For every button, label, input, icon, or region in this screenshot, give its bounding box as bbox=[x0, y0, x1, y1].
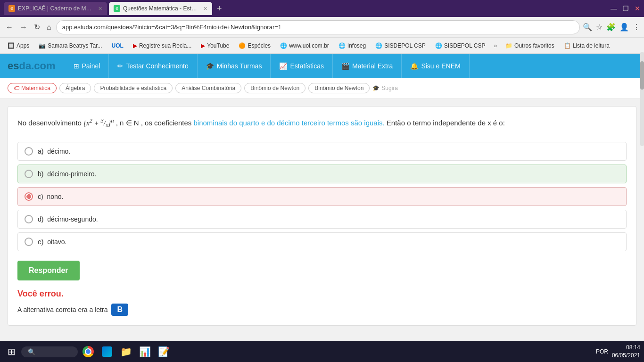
bookmark-youtube[interactable]: ▶ YouTube bbox=[197, 41, 233, 50]
nav-turmas[interactable]: 🎓 Minhas Turmas bbox=[198, 54, 271, 78]
lista-icon: 📋 bbox=[564, 42, 571, 49]
forward-button[interactable]: → bbox=[18, 21, 29, 33]
bookmark-sisdepol1-label: SISDEPOL CSP bbox=[384, 42, 426, 49]
bookmark-lista[interactable]: 📋 Lista de leitura bbox=[560, 41, 613, 50]
scroll-thumb[interactable] bbox=[640, 61, 644, 90]
bookmark-registre-label: Registre sua Recla... bbox=[139, 42, 191, 49]
bc-binomio2[interactable]: Binômio de Newton bbox=[308, 83, 370, 93]
search-icon[interactable]: 🔍 bbox=[583, 23, 592, 32]
nav-material[interactable]: 🎬 Material Extra bbox=[333, 54, 402, 78]
profile-icon[interactable]: 👤 bbox=[619, 23, 629, 32]
sisu-icon: 🔔 bbox=[410, 62, 418, 70]
home-button[interactable]: ⌂ bbox=[45, 21, 53, 33]
bookmark-samara[interactable]: 📷 Samara Beatrys Tar... bbox=[35, 41, 106, 50]
title-bar: e EXPLICAÊ | Caderno de Matemáti... ✕ e … bbox=[0, 0, 644, 17]
sisu-label: Sisu e ENEM bbox=[421, 62, 460, 70]
testar-icon: ✏ bbox=[117, 62, 123, 70]
bookmark-infoseg-label: Infoseg bbox=[347, 42, 366, 49]
youtube-icon: ▶ bbox=[201, 42, 205, 49]
bc-analise[interactable]: Análise Combinatória bbox=[175, 83, 241, 93]
turmas-label: Minhas Turmas bbox=[217, 62, 262, 70]
question-text: No desenvolvimento [x2 + 3/x]n , n ∈ N ,… bbox=[17, 116, 627, 131]
new-tab-button[interactable]: + bbox=[214, 4, 225, 14]
address-bar: ← → ↻ ⌂ 🔍 ☆ 🧩 👤 ⋮ bbox=[0, 17, 644, 38]
tab-close-2[interactable]: ✕ bbox=[203, 6, 207, 12]
extension-icon[interactable]: 🧩 bbox=[606, 23, 616, 32]
bookmark-infoseg[interactable]: 🌐 Infoseg bbox=[335, 41, 370, 50]
scrollbar[interactable] bbox=[640, 52, 644, 146]
back-button[interactable]: ← bbox=[4, 21, 15, 33]
bookmark-uol[interactable]: UOL bbox=[108, 41, 127, 50]
infoseg-icon: 🌐 bbox=[339, 42, 346, 49]
option-e-label: e) oitavo. bbox=[38, 238, 66, 246]
bc-probabilidade[interactable]: Probabilidade e estatística bbox=[94, 83, 173, 93]
options-list: a) décimo. b) décimo-primeiro. c) nono. … bbox=[17, 142, 627, 251]
close-button[interactable]: ✕ bbox=[635, 5, 640, 12]
option-e[interactable]: e) oitavo. bbox=[17, 232, 627, 251]
minimize-button[interactable]: — bbox=[611, 5, 617, 12]
bc-algebra[interactable]: Álgebra bbox=[59, 83, 91, 93]
bc-binomio1[interactable]: Binômio de Newton bbox=[244, 83, 305, 93]
option-d[interactable]: d) décimo-segundo. bbox=[17, 210, 627, 229]
option-b-label: b) décimo-primeiro. bbox=[38, 170, 96, 178]
radio-c bbox=[25, 192, 33, 201]
bookmark-outros[interactable]: 📁 Outros favoritos bbox=[502, 41, 558, 50]
registre-icon: ▶ bbox=[133, 42, 137, 49]
estatisticas-icon: 📈 bbox=[279, 62, 287, 70]
nav-estatisticas[interactable]: 📈 Estatísticas bbox=[271, 54, 333, 78]
bookmark-especies[interactable]: 🟠 Espécies bbox=[235, 41, 274, 50]
estuda-navbar: esda.com ⊞ Painel ✏ Testar Conhecimento … bbox=[0, 54, 644, 78]
nav-sisu[interactable]: 🔔 Sisu e ENEM bbox=[402, 54, 469, 78]
painel-label: Painel bbox=[82, 62, 100, 70]
material-icon: 🎬 bbox=[341, 62, 349, 70]
radio-a bbox=[25, 147, 33, 156]
radio-d bbox=[25, 215, 33, 223]
sisdepol2-icon: 🌐 bbox=[435, 42, 442, 49]
material-label: Material Extra bbox=[352, 62, 393, 70]
tab-active-2[interactable]: e Questões Matemática - Estuda.co... ✕ bbox=[109, 2, 212, 15]
tag-icon: 🏷 bbox=[14, 85, 19, 91]
bookmark-sisdepol2-label: SISDEPOL CSP bbox=[444, 42, 486, 49]
bookmark-sisdepol2[interactable]: 🌐 SISDEPOL CSP bbox=[431, 41, 489, 50]
correct-letter-badge: B bbox=[111, 304, 128, 316]
tab-inactive-1[interactable]: e EXPLICAÊ | Caderno de Matemáti... ✕ bbox=[4, 2, 107, 15]
correct-answer-text: A alternativa correta era a letra B bbox=[17, 304, 627, 316]
option-a[interactable]: a) décimo. bbox=[17, 142, 627, 161]
radio-b bbox=[25, 170, 33, 178]
bc-matematica[interactable]: 🏷 Matemática bbox=[8, 83, 57, 93]
window-controls: — ❐ ✕ bbox=[611, 5, 640, 12]
bookmark-samara-label: Samara Beatrys Tar... bbox=[48, 42, 102, 49]
uol2-icon: 🌐 bbox=[280, 42, 287, 49]
bookmarks-more[interactable]: » bbox=[491, 41, 500, 50]
option-b[interactable]: b) décimo-primeiro. bbox=[17, 165, 627, 183]
bookmark-apps[interactable]: 🔲 Apps bbox=[4, 41, 33, 50]
estuda-logo: esda.com bbox=[8, 60, 56, 72]
option-c-label: c) nono. bbox=[38, 193, 64, 200]
refresh-button[interactable]: ↻ bbox=[32, 21, 42, 33]
bookmark-registre[interactable]: ▶ Registre sua Recla... bbox=[129, 41, 195, 50]
breadcrumb-bar: 🏷 Matemática Álgebra Probabilidade e est… bbox=[0, 78, 644, 99]
testar-label: Testar Conhecimento bbox=[126, 62, 188, 70]
nav-painel[interactable]: ⊞ Painel bbox=[65, 54, 109, 78]
sisdepol1-icon: 🌐 bbox=[375, 42, 382, 49]
responder-button[interactable]: Responder bbox=[17, 261, 80, 280]
bc-suggest[interactable]: 🎓 Sugira bbox=[372, 85, 398, 91]
bookmark-star-icon[interactable]: ☆ bbox=[596, 23, 603, 32]
option-c[interactable]: c) nono. bbox=[17, 187, 627, 206]
bookmark-youtube-label: YouTube bbox=[207, 42, 229, 49]
estatisticas-label: Estatísticas bbox=[290, 62, 324, 70]
maximize-button[interactable]: ❐ bbox=[623, 5, 629, 12]
radio-e bbox=[25, 238, 33, 246]
bookmarks-bar: 🔲 Apps 📷 Samara Beatrys Tar... UOL ▶ Reg… bbox=[0, 38, 644, 54]
bookmark-uol2-label: www.uol.com.br bbox=[289, 42, 329, 49]
address-input[interactable] bbox=[56, 20, 580, 34]
bookmark-especies-label: Espécies bbox=[248, 42, 271, 49]
main-content: No desenvolvimento [x2 + 3/x]n , n ∈ N ,… bbox=[8, 106, 636, 326]
nav-testar[interactable]: ✏ Testar Conhecimento bbox=[109, 54, 197, 78]
bookmark-sisdepol1[interactable]: 🌐 SISDEPOL CSP bbox=[372, 41, 429, 50]
bookmark-lista-label: Lista de leitura bbox=[573, 42, 610, 49]
apps-icon: 🔲 bbox=[8, 42, 15, 49]
tab-close-1[interactable]: ✕ bbox=[98, 6, 102, 12]
menu-icon[interactable]: ⋮ bbox=[633, 23, 640, 32]
bookmark-uol2[interactable]: 🌐 www.uol.com.br bbox=[276, 41, 333, 50]
